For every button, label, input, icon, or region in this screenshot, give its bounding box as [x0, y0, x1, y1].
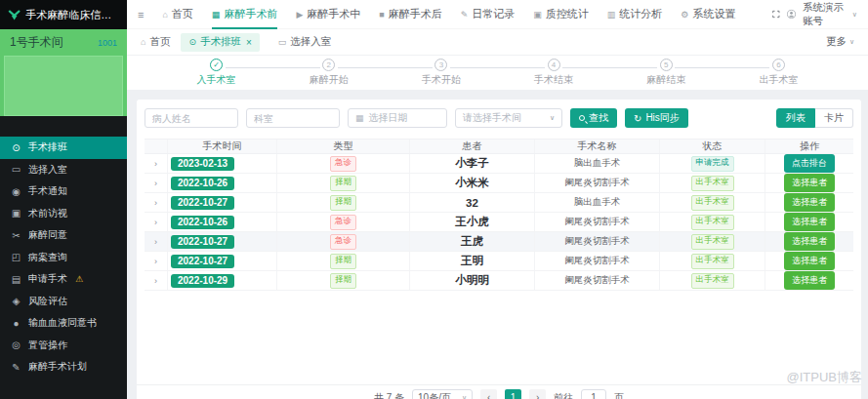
- sidebar-item-surgery-schedule[interactable]: ⊙ 手术排班: [0, 137, 127, 159]
- sidebar-item-record-query[interactable]: ◰ 病案查询: [0, 247, 127, 269]
- sidebar-item-risk-assessment[interactable]: ◈ 风险评估: [0, 291, 127, 313]
- sidebar-item-label: 申请手术: [28, 272, 67, 286]
- table-row[interactable]: › 2022-10-26 急诊 王小虎 阑尾炎切割手术 出手术室 选择患者: [145, 213, 853, 232]
- breadcrumb-home[interactable]: ⌂ 首页: [141, 35, 170, 49]
- avatar[interactable]: [787, 8, 796, 20]
- sidebar-item-anesthesia-plan[interactable]: ✎ 麻醉手术计划: [0, 356, 127, 379]
- nav-during-anesthesia[interactable]: ▶ 麻醉手术中: [296, 0, 360, 29]
- expand-row-icon[interactable]: ›: [145, 154, 168, 173]
- nav-pre-anesthesia[interactable]: ▦ 麻醉手术前: [212, 0, 278, 29]
- list-view-button[interactable]: 列表: [776, 108, 815, 128]
- collapse-menu-icon[interactable]: ≡: [138, 9, 144, 20]
- his-sync-button[interactable]: ↻ His同步: [625, 108, 688, 128]
- tab-select-room[interactable]: ▭ 选择入室: [270, 33, 340, 52]
- fullscreen-icon[interactable]: [772, 9, 780, 20]
- step-surgery-start: 3 手术开始 ◷: [385, 59, 497, 90]
- during-op-icon: ▶: [296, 10, 303, 20]
- status-badge: 出手术室: [691, 234, 734, 250]
- sidebar-item-label: 手术通知: [28, 184, 67, 198]
- select-patient-button[interactable]: 选择患者: [784, 232, 835, 251]
- operating-room-card[interactable]: 1号手术间 1001: [0, 29, 127, 116]
- risk-icon: ◈: [11, 296, 21, 306]
- table-row[interactable]: › 2022-10-29 择期 小明明 阑尾炎切割手术 出手术室 选择患者: [145, 271, 853, 291]
- expand-row-icon[interactable]: ›: [145, 232, 168, 251]
- type-badge: 急诊: [330, 156, 356, 172]
- expand-row-icon[interactable]: ›: [145, 193, 168, 212]
- card-view-button[interactable]: 卡片: [815, 108, 853, 128]
- room-select[interactable]: 请选择手术间 ∨: [455, 108, 562, 128]
- select-patient-button[interactable]: 选择患者: [784, 174, 835, 192]
- patient-name: 王小虎: [410, 213, 535, 231]
- sidebar-item-surgery-notice[interactable]: ◉ 手术通知: [0, 180, 127, 203]
- patient-name-input[interactable]: [145, 108, 238, 128]
- his-sync-label: His同步: [645, 111, 679, 125]
- table-row[interactable]: › 2022-10-26 择期 小米米 阑尾炎切割手术 出手术室 选择患者: [145, 174, 853, 193]
- type-badge: 择期: [330, 176, 356, 191]
- nav-system-settings[interactable]: ⚙ 系统设置: [681, 0, 735, 29]
- sidebar-item-anesthesia-consent[interactable]: ✂ 麻醉同意: [0, 224, 127, 247]
- expand-row-icon[interactable]: ›: [145, 252, 168, 270]
- department-input[interactable]: [246, 108, 340, 128]
- home-icon: ⌂: [141, 37, 145, 47]
- sidebar-item-apply-surgery[interactable]: ▤ 申请手术 ⚠: [0, 268, 127, 291]
- select-patient-button[interactable]: 选择患者: [784, 252, 835, 270]
- step-surgery-end: 4 手术结束 ◷: [498, 59, 610, 90]
- table-row[interactable]: › 2022-10-27 择期 32 脑出血手术 出手术室 选择患者: [145, 193, 853, 213]
- schedule-action-button[interactable]: 点击排台: [784, 154, 835, 173]
- pagination: 共 7 条 10条/页 ∨ ‹ 1 › 前往 页: [137, 384, 861, 399]
- status-badge: 出手术室: [691, 195, 734, 211]
- page-size-select[interactable]: 10条/页 ∨: [412, 389, 473, 399]
- select-patient-button[interactable]: 选择患者: [784, 271, 835, 290]
- patient-name: 小明明: [410, 271, 535, 290]
- nav-label: 日常记录: [472, 7, 515, 21]
- step-exit-room: 6 出手术室 ◷: [723, 59, 835, 90]
- more-dropdown[interactable]: 更多 ∨: [826, 35, 854, 49]
- sidebar-item-transfusion-consent[interactable]: ● 输血血液同意书: [0, 312, 127, 335]
- nav-post-anesthesia[interactable]: ■ 麻醉手术后: [379, 0, 441, 29]
- surgery-name: 阑尾炎切割手术: [535, 232, 660, 251]
- prev-page-button[interactable]: ‹: [480, 389, 497, 399]
- blood-icon: ●: [11, 318, 21, 329]
- nav-daily-record[interactable]: ✎ 日常记录: [461, 0, 516, 29]
- table-row[interactable]: › 2023-02-13 急诊 小李子 脑出血手术 申请完成 点击排台: [145, 154, 853, 174]
- date-picker[interactable]: ▦ 选择日期: [348, 108, 447, 128]
- user-account-name[interactable]: 系统演示账号: [803, 1, 846, 28]
- expand-row-icon[interactable]: ›: [145, 213, 168, 231]
- record-icon: ◰: [11, 252, 21, 262]
- schedule-icon: ⊙: [11, 142, 21, 153]
- sidebar-item-preop-visit[interactable]: ▣ 术前访视: [0, 203, 127, 225]
- surgery-name: 阑尾炎切割手术: [535, 252, 660, 270]
- close-icon[interactable]: ×: [246, 37, 252, 48]
- nav-home[interactable]: ⌂ 首页: [162, 0, 192, 29]
- sidebar-item-catheter-operation[interactable]: ◎ 置管操作: [0, 335, 127, 357]
- apply-icon: ▤: [11, 274, 21, 285]
- type-badge: 急诊: [330, 215, 356, 230]
- room-icon: ▭: [278, 37, 287, 47]
- step-number: 3: [434, 59, 447, 71]
- goto-page-input[interactable]: [581, 389, 606, 399]
- tab-surgery-schedule[interactable]: ⊙ 手术排班 ×: [181, 33, 259, 52]
- select-patient-button[interactable]: 选择患者: [784, 193, 835, 212]
- pagination-total: 共 7 条: [374, 389, 404, 399]
- sidebar-item-label: 术前访视: [28, 207, 67, 220]
- expand-row-icon[interactable]: ›: [145, 271, 168, 290]
- surgery-stepper: ✓ 入手术室 ◷ 2 麻醉开始 ◷ 3 手术开始 ◷ 4 手术结束 ◷ 5 麻醉…: [127, 56, 868, 90]
- tab-label: 手术排班: [200, 35, 241, 49]
- sidebar-item-select-room[interactable]: ▭ 选择入室: [0, 159, 127, 181]
- chevron-down-icon: ∨: [852, 11, 857, 19]
- warning-icon: ⚠: [75, 274, 83, 284]
- current-page-button[interactable]: 1: [505, 389, 521, 399]
- table-row[interactable]: › 2022-10-27 急诊 王虎 阑尾炎切割手术 出手术室 选择患者: [145, 232, 853, 252]
- next-page-button[interactable]: ›: [529, 389, 546, 399]
- nav-label: 麻醉手术后: [389, 7, 442, 21]
- goto-label: 前往: [554, 389, 573, 399]
- select-patient-button[interactable]: 选择患者: [784, 213, 835, 231]
- table-row[interactable]: › 2022-10-27 择期 王明 阑尾炎切割手术 出手术室 选择患者: [145, 252, 853, 271]
- expand-row-icon[interactable]: ›: [145, 174, 168, 192]
- nav-qc-statistics[interactable]: ▣ 质控统计: [533, 0, 589, 29]
- search-button[interactable]: 查找: [570, 108, 617, 128]
- nav-statistics-analysis[interactable]: ▥ 统计分析: [607, 0, 663, 29]
- room-card-body: [4, 56, 123, 116]
- refresh-icon: ↻: [634, 113, 641, 124]
- step-enter-room: ✓ 入手术室 ◷: [160, 59, 272, 90]
